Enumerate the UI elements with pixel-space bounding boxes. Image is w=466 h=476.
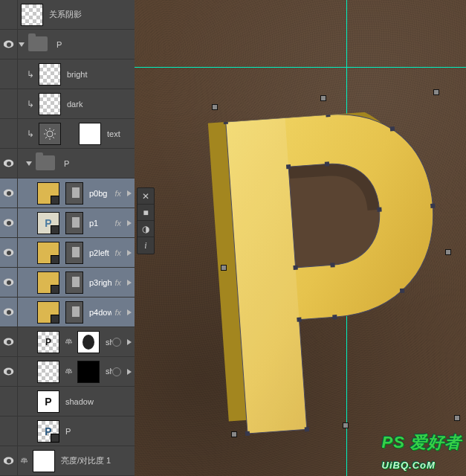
link-icon[interactable]: 𐄷 — [18, 446, 30, 475]
twisty-down-icon[interactable] — [25, 149, 33, 178]
vector-mask-thumb[interactable] — [65, 182, 83, 205]
vector-mask-thumb[interactable] — [65, 242, 83, 264]
fx-badge[interactable]: fx — [114, 278, 121, 287]
layer-name[interactable]: text — [104, 129, 135, 138]
visibility-toggle[interactable] — [0, 268, 18, 297]
visibility-toggle[interactable] — [0, 357, 18, 386]
chevron-right-icon[interactable] — [124, 250, 135, 256]
layer-name[interactable]: p3right — [86, 278, 111, 287]
layer-name[interactable]: shadow — [62, 397, 135, 406]
layer-name[interactable]: p4down — [86, 308, 111, 317]
layer-row-brightness-contrast[interactable]: 𐄷 亮度/对比度 1 — [0, 446, 135, 476]
visibility-toggle[interactable] — [0, 178, 18, 208]
fx-badge[interactable]: fx — [114, 248, 121, 257]
chevron-right-icon[interactable] — [124, 190, 135, 196]
layer-name[interactable]: P — [62, 427, 135, 436]
layer-thumb[interactable] — [21, 4, 43, 26]
visibility-toggle[interactable] — [0, 387, 18, 416]
layer-row-dark[interactable]: ↳ dark — [0, 89, 135, 119]
layer-thumb[interactable] — [37, 182, 59, 205]
transform-handle-nw[interactable] — [212, 104, 218, 110]
link-icon[interactable] — [64, 119, 76, 148]
visibility-toggle[interactable] — [0, 60, 18, 89]
layer-name[interactable]: p0bg — [86, 189, 111, 198]
layer-row-group-p[interactable]: P — [0, 30, 135, 60]
layer-row-p1[interactable]: P p1 fx — [0, 208, 135, 238]
layer-name[interactable]: shadow动感... — [103, 366, 112, 377]
toolbar-close-icon[interactable]: ✕ — [137, 188, 154, 205]
chevron-right-icon[interactable] — [124, 339, 135, 345]
layer-thumb[interactable] — [37, 242, 59, 264]
layer-mask-thumb[interactable] — [77, 331, 100, 353]
visibility-toggle[interactable] — [0, 238, 18, 267]
visibility-toggle[interactable] — [0, 298, 18, 327]
layer-row-p0bg[interactable]: p0bg fx — [0, 178, 135, 208]
chevron-right-icon[interactable] — [124, 369, 135, 375]
layer-thumb[interactable]: P — [37, 420, 59, 443]
transform-handle-se[interactable] — [454, 415, 460, 421]
filter-badge-icon[interactable] — [112, 338, 121, 347]
layer-row-bright[interactable]: ↳ bright — [0, 60, 135, 89]
layer-name[interactable]: P — [61, 159, 135, 168]
visibility-toggle[interactable] — [0, 30, 18, 59]
transform-handle-w[interactable] — [221, 265, 227, 271]
layer-name[interactable]: 亮度/对比度 1 — [58, 455, 135, 466]
layer-row-group-p2[interactable]: P — [0, 149, 135, 178]
vector-mask-thumb[interactable] — [65, 271, 83, 294]
floating-3d-toolbar[interactable]: ✕ ■ ◑ i — [137, 187, 155, 254]
layer-thumb[interactable] — [37, 301, 59, 324]
layer-thumb[interactable] — [39, 93, 61, 115]
vector-mask-thumb[interactable] — [65, 301, 83, 324]
layer-thumb[interactable]: P — [37, 390, 59, 413]
guide-horizontal[interactable] — [135, 67, 466, 68]
chevron-right-icon[interactable] — [124, 280, 135, 286]
toolbar-cube-icon[interactable]: ■ — [137, 205, 154, 221]
layer-row-p4down[interactable]: p4down fx — [0, 298, 135, 327]
visibility-toggle[interactable] — [0, 119, 18, 148]
brightness-adj-icon[interactable] — [39, 123, 61, 145]
fx-badge[interactable]: fx — [114, 189, 121, 198]
layer-mask-thumb[interactable] — [79, 123, 101, 145]
transform-handle-e[interactable] — [445, 249, 451, 255]
filter-badge-icon[interactable] — [112, 367, 121, 376]
fx-badge[interactable]: fx — [114, 219, 121, 228]
layer-row-shadow-motion[interactable]: 𐄷 shadow动感... — [0, 357, 135, 387]
layer-mask-thumb[interactable] — [77, 361, 100, 383]
layer-name[interactable]: p2left — [86, 248, 111, 257]
layer-row-p2left[interactable]: p2left fx — [0, 238, 135, 268]
layer-thumb[interactable]: P — [37, 331, 59, 353]
link-icon[interactable]: 𐄷 — [62, 357, 74, 386]
layer-mask-thumb[interactable] — [33, 450, 55, 472]
layer-thumb[interactable]: P — [37, 212, 59, 234]
visibility-toggle[interactable] — [0, 327, 18, 356]
layer-name[interactable]: bright — [64, 70, 135, 79]
chevron-right-icon[interactable] — [124, 220, 135, 226]
visibility-toggle[interactable] — [0, 149, 18, 178]
layer-name[interactable]: dark — [64, 100, 135, 109]
layer-name[interactable]: P — [54, 40, 135, 49]
visibility-toggle[interactable] — [0, 446, 18, 475]
layer-row-shado[interactable]: P 𐄷 shado... — [0, 327, 135, 357]
fx-badge[interactable]: fx — [114, 308, 121, 317]
link-icon[interactable]: 𐄷 — [62, 327, 74, 356]
layer-name[interactable]: shado... — [103, 338, 112, 347]
visibility-toggle[interactable] — [0, 89, 18, 118]
layer-row-relation-shadow[interactable]: 关系阴影 — [0, 0, 135, 30]
toolbar-sphere-icon[interactable]: ◑ — [137, 221, 154, 237]
twisty-down-icon[interactable] — [18, 30, 25, 59]
visibility-toggle[interactable] — [0, 0, 18, 29]
vector-mask-thumb[interactable] — [65, 212, 83, 234]
canvas[interactable]: PS 爱好者 UiBQ.CoM — [135, 0, 466, 476]
visibility-toggle[interactable] — [0, 416, 18, 446]
transform-handle-n[interactable] — [320, 95, 326, 101]
layer-row-p3right[interactable]: p3right fx — [0, 268, 135, 298]
layer-thumb[interactable] — [39, 63, 61, 86]
visibility-toggle[interactable] — [0, 208, 18, 237]
layer-row-p[interactable]: P P — [0, 416, 135, 446]
transform-handle-s[interactable] — [343, 422, 349, 428]
toolbar-info-icon[interactable]: i — [137, 237, 154, 254]
layer-name[interactable]: p1 — [86, 219, 111, 228]
layer-thumb[interactable] — [37, 361, 59, 383]
layer-thumb[interactable] — [37, 271, 59, 294]
layer-name[interactable]: 关系阴影 — [46, 9, 135, 20]
